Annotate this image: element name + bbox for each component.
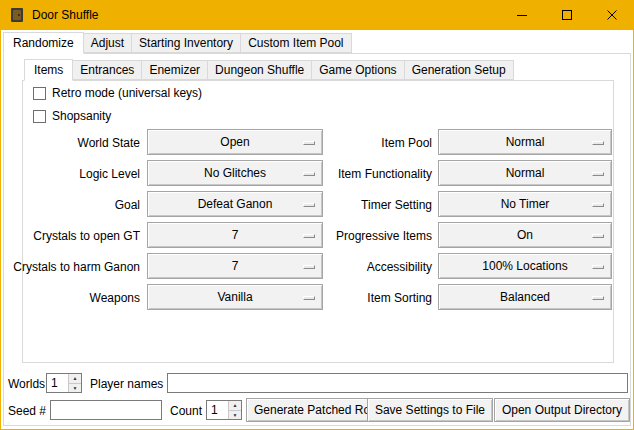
option-row: Logic Level No Glitches Item Functionali… bbox=[0, 160, 634, 188]
dropdown-value: Vanilla bbox=[217, 290, 252, 304]
logic-level-dropdown[interactable]: No Glitches bbox=[147, 160, 323, 186]
tab-starting-inventory[interactable]: Starting Inventory bbox=[131, 33, 241, 53]
menu-indicator-icon bbox=[592, 296, 604, 300]
goal-dropdown[interactable]: Defeat Ganon bbox=[147, 191, 323, 217]
world-state-label: World State bbox=[78, 136, 140, 150]
menu-indicator-icon bbox=[303, 141, 315, 145]
app-icon[interactable] bbox=[9, 7, 25, 23]
option-row: Crystals to open GT 7 Progressive Items … bbox=[0, 222, 634, 250]
menu-indicator-icon bbox=[592, 141, 604, 145]
menu-indicator-icon bbox=[303, 234, 315, 238]
spin-up-icon[interactable]: ▲ bbox=[229, 401, 241, 411]
count-label: Count bbox=[170, 404, 202, 418]
accessibility-label: Accessibility bbox=[367, 260, 432, 274]
logic-level-label: Logic Level bbox=[79, 167, 140, 181]
world-state-dropdown[interactable]: Open bbox=[147, 129, 323, 155]
shopsanity-row: Shopsanity bbox=[33, 109, 111, 123]
worlds-spinner[interactable]: 1 ▲ ▼ bbox=[46, 373, 82, 393]
worlds-value[interactable]: 1 bbox=[47, 374, 68, 392]
tab-entrances[interactable]: Entrances bbox=[72, 60, 142, 80]
tab-adjust[interactable]: Adjust bbox=[83, 33, 132, 53]
menu-indicator-icon bbox=[592, 234, 604, 238]
progressive-items-dropdown[interactable]: On bbox=[438, 222, 612, 248]
seed-input[interactable] bbox=[50, 400, 162, 420]
retro-mode-label: Retro mode (universal keys) bbox=[52, 86, 202, 100]
close-button[interactable] bbox=[589, 0, 634, 30]
dropdown-value: Normal bbox=[506, 166, 545, 180]
tab-generation-setup[interactable]: Generation Setup bbox=[404, 60, 514, 80]
weapons-dropdown[interactable]: Vanilla bbox=[147, 284, 323, 310]
title-bar[interactable]: Door Shuffle bbox=[0, 0, 634, 30]
player-names-input[interactable] bbox=[167, 373, 628, 393]
item-pool-label: Item Pool bbox=[381, 136, 432, 150]
spin-down-icon[interactable]: ▼ bbox=[69, 384, 81, 393]
save-settings-button[interactable]: Save Settings to File bbox=[367, 398, 493, 422]
item-pool-dropdown[interactable]: Normal bbox=[438, 129, 612, 155]
retro-mode-row: Retro mode (universal keys) bbox=[33, 86, 202, 100]
menu-indicator-icon bbox=[592, 172, 604, 176]
maximize-button[interactable] bbox=[544, 0, 589, 30]
tab-enemizer[interactable]: Enemizer bbox=[141, 60, 208, 80]
shopsanity-checkbox[interactable] bbox=[33, 110, 46, 123]
crystals-ganon-label: Crystals to harm Ganon bbox=[13, 260, 140, 274]
count-value[interactable]: 1 bbox=[207, 401, 228, 419]
item-functionality-label: Item Functionality bbox=[338, 167, 432, 181]
window-title: Door Shuffle bbox=[32, 8, 99, 22]
shopsanity-label: Shopsanity bbox=[52, 109, 111, 123]
dropdown-value: On bbox=[517, 228, 533, 242]
goal-label: Goal bbox=[115, 198, 140, 212]
worlds-label: Worlds bbox=[8, 377, 45, 391]
dropdown-value: Defeat Ganon bbox=[198, 197, 273, 211]
option-row: Goal Defeat Ganon Timer Setting No Timer bbox=[0, 191, 634, 219]
accessibility-dropdown[interactable]: 100% Locations bbox=[438, 253, 612, 279]
spin-up-icon[interactable]: ▲ bbox=[69, 374, 81, 384]
progressive-items-label: Progressive Items bbox=[336, 229, 432, 243]
item-functionality-dropdown[interactable]: Normal bbox=[438, 160, 612, 186]
minimize-icon bbox=[517, 10, 527, 20]
timer-setting-label: Timer Setting bbox=[361, 198, 432, 212]
dropdown-value: No Timer bbox=[501, 197, 550, 211]
tab-dungeon-shuffle[interactable]: Dungeon Shuffle bbox=[207, 60, 312, 80]
open-output-directory-button[interactable]: Open Output Directory bbox=[494, 398, 630, 422]
tab-custom-item-pool[interactable]: Custom Item Pool bbox=[240, 33, 351, 53]
menu-indicator-icon bbox=[303, 296, 315, 300]
dropdown-value: Open bbox=[220, 135, 249, 149]
close-icon bbox=[607, 10, 617, 20]
dropdown-value: Balanced bbox=[500, 290, 550, 304]
dropdown-value: 100% Locations bbox=[482, 259, 567, 273]
crystals-ganon-dropdown[interactable]: 7 bbox=[147, 253, 323, 279]
count-spinner[interactable]: 1 ▲ ▼ bbox=[206, 400, 242, 420]
option-row: Crystals to harm Ganon 7 Accessibility 1… bbox=[0, 253, 634, 281]
crystals-gt-label: Crystals to open GT bbox=[33, 229, 140, 243]
retro-mode-checkbox[interactable] bbox=[33, 87, 46, 100]
player-names-label: Player names bbox=[90, 377, 163, 391]
item-sorting-dropdown[interactable]: Balanced bbox=[438, 284, 612, 310]
minimize-button[interactable] bbox=[499, 0, 544, 30]
menu-indicator-icon bbox=[592, 203, 604, 207]
timer-setting-dropdown[interactable]: No Timer bbox=[438, 191, 612, 217]
crystals-gt-dropdown[interactable]: 7 bbox=[147, 222, 323, 248]
option-row: Weapons Vanilla Item Sorting Balanced bbox=[0, 284, 634, 312]
menu-indicator-icon bbox=[303, 203, 315, 207]
menu-indicator-icon bbox=[592, 265, 604, 269]
inner-tab-bar: Items Entrances Enemizer Dungeon Shuffle… bbox=[24, 59, 513, 80]
dropdown-value: Normal bbox=[506, 135, 545, 149]
weapons-label: Weapons bbox=[90, 291, 140, 305]
tab-game-options[interactable]: Game Options bbox=[311, 60, 404, 80]
door-shuffle-window: Door Shuffle Randomize Adjust Starting I… bbox=[0, 0, 634, 430]
option-row: World State Open Item Pool Normal bbox=[0, 129, 634, 157]
outer-tab-bar: Randomize Adjust Starting Inventory Cust… bbox=[3, 32, 351, 53]
spinner-buttons: ▲ ▼ bbox=[68, 374, 81, 392]
spin-down-icon[interactable]: ▼ bbox=[229, 411, 241, 420]
seed-label: Seed # bbox=[8, 404, 46, 418]
dropdown-value: No Glitches bbox=[204, 166, 266, 180]
dropdown-value: 7 bbox=[232, 228, 239, 242]
spinner-buttons: ▲ ▼ bbox=[228, 401, 241, 419]
item-sorting-label: Item Sorting bbox=[367, 291, 432, 305]
menu-indicator-icon bbox=[303, 265, 315, 269]
maximize-icon bbox=[562, 10, 572, 20]
menu-indicator-icon bbox=[303, 172, 315, 176]
tab-randomize[interactable]: Randomize bbox=[3, 32, 84, 54]
tab-items[interactable]: Items bbox=[24, 59, 73, 81]
dropdown-value: 7 bbox=[232, 259, 239, 273]
